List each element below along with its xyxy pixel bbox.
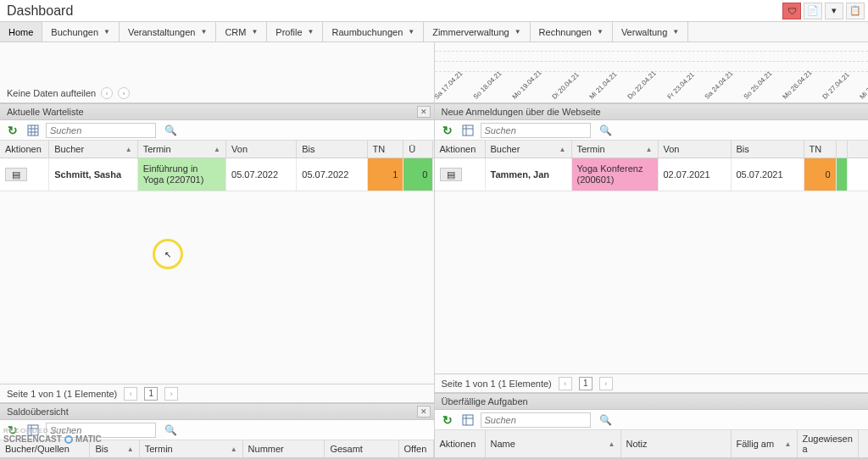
list-icon[interactable]: 📋 [846,3,865,19]
cell-u: 0 [403,158,433,191]
page-title: Dashboard [7,3,73,19]
pager-next[interactable]: › [599,377,613,390]
search-icon[interactable]: 🔍 [161,424,181,436]
axis-tick: Mi 21.04.21 [588,70,619,101]
col-gesamt[interactable]: Gesamt [325,440,398,457]
grid-header-signups: Aktionen Bucher▲ Termin▲ Von Bis TN [435,141,869,158]
row-action-button[interactable]: ▤ [440,168,462,181]
col-tn[interactable]: TN [804,141,837,158]
menu-crm[interactable]: CRM▼ [216,22,267,41]
axis-tick: Sa 17.04.21 [435,69,465,101]
col-termin[interactable]: Termin▲ [138,141,226,158]
table-row[interactable]: ▤ Tammen, Jan Yoga Konferenz (200601) 02… [435,158,869,191]
export-icon[interactable]: 📄 [804,3,822,19]
search-icon[interactable]: 🔍 [596,124,615,136]
sort-icon: ▲ [609,440,615,448]
col-termin[interactable]: Termin▲ [140,440,243,457]
svg-rect-11 [463,415,473,425]
search-input[interactable] [481,125,590,135]
cell-bucher: Schmitt, Sasha [49,158,137,191]
refresh-icon[interactable]: ↻ [440,412,455,428]
cursor-highlight: ↖ [153,239,183,269]
close-icon[interactable]: ✕ [417,406,431,418]
pager-label: Seite 1 von 1 (1 Elemente) [442,379,552,389]
svg-rect-8 [463,125,473,135]
search-input[interactable] [481,415,590,425]
menu-verwaltung[interactable]: Verwaltung▼ [613,22,688,41]
next-arrow[interactable]: › [118,87,130,99]
col-extra[interactable] [837,141,848,158]
col-tn[interactable]: TN [368,141,404,158]
axis-tick: Mi 28.04.21 [859,70,868,101]
menu-home[interactable]: Home [0,22,42,41]
chart-x-axis: Sa 17.04.21So 18.04.21Mo 19.04.21Di 20.0… [438,93,865,101]
col-bucher[interactable]: Bucher▲ [49,141,137,158]
refresh-icon[interactable]: ↻ [5,123,20,138]
pager-prev[interactable]: ‹ [124,387,137,401]
alert-icon[interactable]: 🛡 [782,3,801,19]
menu-rechnungen[interactable]: Rechnungen▼ [531,22,613,41]
cell-bis: 05.07.2021 [732,158,804,191]
sort-icon: ▲ [231,445,237,453]
sort-icon: ▲ [214,146,220,153]
grid-header-waitlist: Aktionen Bucher▲ Termin▲ Von Bis TN Ü [0,141,434,158]
col-von[interactable]: Von [226,141,297,158]
col-name[interactable]: Name▲ [486,430,621,457]
col-von[interactable]: Von [659,141,732,158]
col-u[interactable]: Ü [403,141,433,158]
grid-body-signups: ▤ Tammen, Jan Yoga Konferenz (200601) 02… [435,158,869,373]
col-notiz[interactable]: Notiz [621,430,732,457]
pager-prev[interactable]: ‹ [559,377,572,390]
grid-settings-icon[interactable] [25,123,41,138]
pager-page[interactable]: 1 [144,387,158,401]
col-aktionen[interactable]: Aktionen [435,430,486,457]
search-icon[interactable]: 🔍 [596,414,615,426]
menu-profile[interactable]: Profile▼ [267,22,323,41]
col-bis[interactable]: Bis [732,141,804,158]
menu-veranstaltungen[interactable]: Veranstaltungen▼ [120,22,216,41]
grid-body-waitlist: ▤ Schmitt, Sasha Einführung in Yoga (220… [0,158,434,384]
axis-tick: Sa 24.04.21 [703,69,734,101]
title-bar: Dashboard 🛡 📄 ▾ 📋 [0,0,868,22]
recorder-watermark: RECORDED WITH SCREENCASTMATIC [3,427,102,444]
sort-icon: ▲ [125,146,132,153]
panel-title: Überfällige Aufgaben [442,396,528,406]
col-faellig[interactable]: Fällig am▲ [732,430,798,457]
refresh-icon[interactable]: ↻ [440,123,455,138]
menu-zimmerverwaltung[interactable]: Zimmerverwaltung▼ [424,22,530,41]
col-zugewiesen[interactable]: Zugewiesen a [798,430,859,457]
menu-raumbuchungen[interactable]: Raumbuchungen▼ [323,22,424,41]
axis-tick: Mo 26.04.21 [781,69,813,101]
col-bucher[interactable]: Bucher▲ [486,141,572,158]
settings-separator: ▾ [825,3,843,19]
row-action-button[interactable]: ▤ [5,168,27,181]
col-aktionen[interactable]: Aktionen [435,141,486,158]
col-offen[interactable]: Offen [399,440,434,457]
col-termin[interactable]: Termin▲ [572,141,659,158]
panel-title: Aktuelle Warteliste [7,107,84,117]
search-box[interactable] [46,123,156,138]
cell-actions: ▤ [435,158,486,191]
panel-header-waitlist: Aktuelle Warteliste ✕ [0,103,434,120]
search-icon[interactable]: 🔍 [161,124,181,136]
close-icon[interactable]: ✕ [417,106,431,118]
search-box[interactable] [481,123,591,138]
search-box[interactable] [481,412,591,428]
grid-settings-icon[interactable] [460,123,476,138]
right-column: Sa 17.04.21So 18.04.21Mo 19.04.21Di 20.0… [435,42,869,459]
col-aktionen[interactable]: Aktionen [0,141,49,158]
cell-tn: 1 [368,158,404,191]
pager-next[interactable]: › [164,387,178,401]
sort-icon: ▲ [646,146,653,153]
main-menu: Home Buchungen▼ Veranstaltungen▼ CRM▼ Pr… [0,22,868,42]
table-row[interactable]: ▤ Schmitt, Sasha Einführung in Yoga (220… [0,158,434,191]
grid-settings-icon[interactable] [460,412,476,428]
prev-arrow[interactable]: ‹ [101,87,113,99]
menu-buchungen[interactable]: Buchungen▼ [42,22,120,41]
search-input[interactable] [47,125,155,135]
pager-page[interactable]: 1 [579,377,593,390]
cell-von: 05.07.2022 [226,158,297,191]
col-bis[interactable]: Bis [297,141,367,158]
svg-rect-0 [28,125,38,135]
col-nummer[interactable]: Nummer [243,440,326,457]
